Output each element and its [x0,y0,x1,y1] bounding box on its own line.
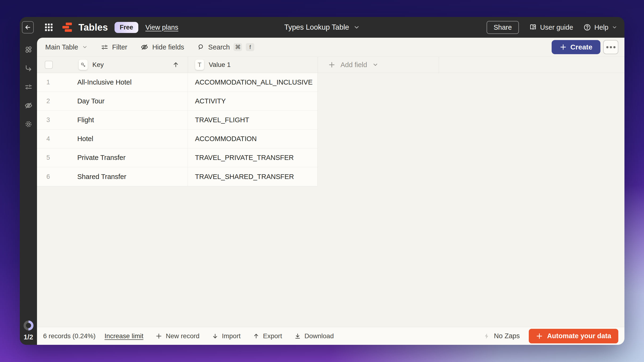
filter-label: Filter [112,43,127,51]
help-menu[interactable]: Help [584,23,617,31]
hide-fields-button[interactable]: Hide fields [140,43,184,51]
usage-ring-icon [23,320,34,331]
search-icon [198,43,204,51]
book-icon [529,23,537,31]
back-button[interactable] [22,21,34,33]
search-button[interactable]: Search ⌘ f [198,43,254,51]
cell-key[interactable]: All-Inclusive Hotel [76,78,188,86]
shortcut-cmd-key: ⌘ [234,43,242,51]
automate-data-button[interactable]: Automate your data [529,329,618,344]
gear-icon [24,120,33,128]
status-bar: 6 records (0.24%) Increase limit New rec… [37,327,624,345]
cell-key[interactable]: Day Tour [76,97,188,105]
view-plans-link[interactable]: View plans [146,23,178,31]
table-row[interactable]: 2 Day Tour ACTIVITY [37,92,318,111]
import-button[interactable]: Import [212,332,240,340]
zaps-status: No Zaps [484,332,520,340]
cell-value[interactable]: ACCOMMODATION [188,130,318,148]
app-grid-icon[interactable] [45,23,52,31]
increase-limit-link[interactable]: Increase limit [104,332,144,340]
row-number: 6 [37,173,76,180]
table-row[interactable]: 5 Private Transfer TRAVEL_PRIVATE_TRANSF… [37,148,318,167]
title-bar: Tables Free View plans Types Lookup Tabl… [20,17,624,38]
grid-body: 1 All-Inclusive Hotel ACCOMMODATION_ALL_… [37,73,318,186]
arrow-left-icon [24,24,31,31]
column-label-key: Key [92,61,104,68]
chevron-down-icon [612,24,617,30]
cell-value[interactable]: TRAVEL_SHARED_TRANSFER [188,167,318,186]
eye-off-icon [140,43,148,51]
view-toolbar: Main Table Filter Hide fields [37,38,624,56]
sort-ascending-icon[interactable] [172,61,179,68]
download-button[interactable]: Download [294,332,334,340]
lightning-icon [484,333,490,339]
column-header-value1[interactable]: T Value 1 [188,57,318,73]
table-row[interactable]: 1 All-Inclusive Hotel ACCOMMODATION_ALL_… [37,73,318,92]
new-record-label: New record [166,332,199,340]
row-number: 2 [37,97,76,105]
four-circles-icon [24,46,32,54]
arrow-down-icon [212,333,218,339]
arrow-up-icon [253,333,260,339]
table-selector-label: Main Table [45,43,78,51]
automate-label: Automate your data [547,332,611,340]
table-title-menu[interactable]: Types Lookup Table [284,23,360,31]
sliders-icon [24,83,32,91]
cell-key[interactable]: Hotel [76,135,188,143]
cell-value[interactable]: ACTIVITY [188,92,318,110]
search-label: Search [208,43,230,51]
table-row[interactable]: 3 Flight TRAVEL_FLIGHT [37,111,318,130]
cell-key[interactable]: Private Transfer [76,154,188,162]
select-all-cell [37,57,76,73]
titlebar-right: Share User guide Help [486,21,624,34]
hide-fields-label: Hide fields [152,43,184,51]
row-number: 3 [37,116,76,124]
titlebar-left: Tables Free View plans [20,21,178,33]
add-field-button[interactable]: Add field [318,57,439,73]
table-row[interactable]: 4 Hotel ACCOMMODATION [37,130,318,148]
add-field-label: Add field [340,61,367,69]
filter-sliders-icon [101,43,108,51]
toolbar-right: Create [552,40,618,54]
cell-value[interactable]: TRAVEL_FLIGHT [188,111,318,129]
zaps-status-label: No Zaps [494,332,520,340]
key-field-icon [79,60,88,70]
new-record-button[interactable]: New record [156,332,199,340]
chevron-down-icon [372,62,378,68]
sidebar-item-settings[interactable] [22,117,35,131]
download-icon [294,333,301,339]
cell-key[interactable]: Shared Transfer [76,173,188,181]
text-field-icon: T [195,60,204,70]
cell-key[interactable]: Flight [76,116,188,124]
user-guide-label: User guide [540,23,573,31]
import-label: Import [222,332,240,340]
app-title: Tables [78,22,108,33]
column-header-key[interactable]: Key [76,57,188,73]
table-selector[interactable]: Main Table [45,43,88,51]
ellipsis-icon [606,46,616,48]
table-title: Types Lookup Table [284,23,349,31]
create-label: Create [570,43,592,51]
row-number: 4 [37,135,76,142]
select-all-checkbox[interactable] [45,61,53,69]
cell-value[interactable]: ACCOMMODATION_ALL_INCLUSIVE [188,73,318,92]
more-options-button[interactable] [603,40,618,54]
export-label: Export [263,332,282,340]
sidebar-item-linked-tables[interactable] [22,62,35,75]
sidebar-item-hidden-fields[interactable] [22,99,35,112]
plus-icon [328,61,335,68]
share-button[interactable]: Share [486,21,519,34]
chevron-down-icon [82,44,88,50]
create-button[interactable]: Create [552,40,600,54]
sidebar-item-views[interactable] [22,43,35,56]
row-number: 5 [37,154,76,161]
table-row[interactable]: 6 Shared Transfer TRAVEL_SHARED_TRANSFER [37,167,318,186]
eye-off-icon [24,101,33,110]
export-button[interactable]: Export [253,332,282,340]
filter-button[interactable]: Filter [101,43,127,51]
cell-value[interactable]: TRAVEL_PRIVATE_TRANSFER [188,148,318,167]
user-guide-link[interactable]: User guide [529,23,573,31]
help-circle-icon [584,23,591,31]
help-label: Help [594,23,608,31]
sidebar-item-filters[interactable] [22,80,35,93]
